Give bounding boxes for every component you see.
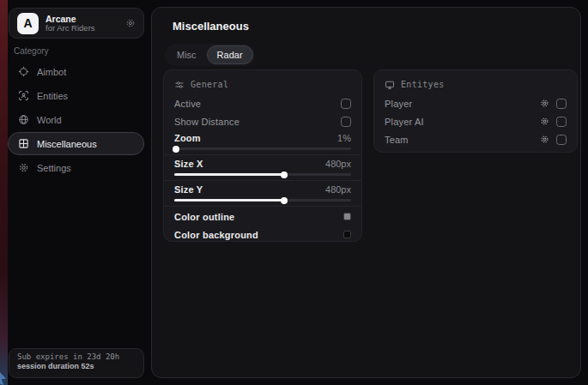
sidebar-item-label: Aimbot xyxy=(37,67,66,77)
size-x-slider[interactable] xyxy=(174,173,351,176)
app-logo: A xyxy=(17,13,39,34)
active-row: Active xyxy=(174,94,351,112)
tab-misc[interactable]: Misc xyxy=(167,45,207,64)
zoom-row: Zoom 1% xyxy=(174,130,351,145)
general-card-header: General xyxy=(174,77,351,92)
globe-icon xyxy=(18,114,29,125)
page-title: Miscellaneous xyxy=(173,20,249,33)
color-background-swatch[interactable] xyxy=(343,231,351,238)
subscription-expiry: Sub expires in 23d 20h xyxy=(17,352,136,361)
divider xyxy=(164,206,361,207)
monitor-icon xyxy=(385,80,395,90)
sidebar-item-label: Settings xyxy=(37,163,71,173)
sidebar-item-entities[interactable]: Entities xyxy=(8,84,144,107)
size-y-value: 480px xyxy=(325,184,351,195)
gear-icon xyxy=(18,162,29,173)
entities-card-title: Entityes xyxy=(401,80,445,89)
entities-card-header: Entityes xyxy=(385,77,567,92)
entity-checkbox[interactable] xyxy=(556,99,567,109)
tab-radar[interactable]: Radar xyxy=(207,45,253,64)
color-outline-swatch[interactable] xyxy=(343,213,351,220)
app-title: Arcane xyxy=(45,14,118,24)
size-x-slider-fill xyxy=(174,173,284,176)
general-card: General Active Show Distance Zoom 1% Siz… xyxy=(163,69,362,242)
entity-row-team: Team xyxy=(385,130,567,148)
sidebar-item-aimbot[interactable]: Aimbot xyxy=(8,60,144,83)
entity-row-player-ai: Player AI xyxy=(385,112,567,130)
entity-label: Player AI xyxy=(385,117,540,127)
color-outline-row: Color outline xyxy=(174,208,351,226)
sidebar-item-world[interactable]: World xyxy=(8,108,144,131)
size-y-label: Size Y xyxy=(174,184,325,195)
app-subtitle: for Arc Riders xyxy=(45,24,118,33)
size-x-value: 480px xyxy=(325,159,351,169)
active-checkbox[interactable] xyxy=(341,99,351,109)
crosshair-icon xyxy=(18,66,29,77)
color-background-label: Color background xyxy=(174,230,343,240)
entity-checkbox[interactable] xyxy=(556,117,567,127)
gear-icon[interactable] xyxy=(125,18,136,28)
show-distance-row: Show Distance xyxy=(174,112,351,130)
entity-row-player: Player xyxy=(385,94,567,112)
sidebar-item-label: World xyxy=(37,115,62,125)
divider xyxy=(164,154,361,155)
sidebar-category-label: Category xyxy=(14,46,49,56)
main-panel: Miscellaneous Misc Radar General Active … xyxy=(151,7,581,378)
grid-icon xyxy=(18,138,29,149)
app-header-card: A Arcane for Arc Riders xyxy=(9,8,144,39)
zoom-value: 1% xyxy=(337,133,351,143)
zoom-label: Zoom xyxy=(174,133,337,143)
size-y-slider[interactable] xyxy=(174,199,351,202)
app-title-wrap: Arcane for Arc Riders xyxy=(45,14,118,33)
zoom-slider-thumb[interactable] xyxy=(173,146,179,153)
gear-icon[interactable] xyxy=(540,117,549,126)
entity-label: Team xyxy=(385,135,540,145)
sidebar-nav: Aimbot Entities World Miscellaneous xyxy=(8,60,144,180)
active-label: Active xyxy=(174,99,341,109)
background-red-strip xyxy=(0,0,8,385)
divider xyxy=(164,180,361,181)
general-card-title: General xyxy=(191,80,228,89)
subscription-info-box: Sub expires in 23d 20h session duration … xyxy=(9,348,144,378)
gear-icon[interactable] xyxy=(540,135,549,144)
size-x-row: Size X 480px xyxy=(174,156,351,171)
sidebar-item-settings[interactable]: Settings xyxy=(8,156,144,179)
size-y-row: Size Y 480px xyxy=(174,182,351,196)
size-x-slider-thumb[interactable] xyxy=(281,171,288,178)
size-x-label: Size X xyxy=(174,159,325,169)
sidebar-item-miscellaneous[interactable]: Miscellaneous xyxy=(8,132,144,155)
scan-person-icon xyxy=(18,90,29,101)
sidebar-item-label: Entities xyxy=(37,91,68,101)
show-distance-checkbox[interactable] xyxy=(341,117,351,127)
entity-label: Player xyxy=(385,99,540,109)
color-background-row: Color background xyxy=(174,226,351,244)
size-y-slider-fill xyxy=(174,199,284,202)
zoom-slider[interactable] xyxy=(174,147,351,150)
entities-card: Entityes Player Player AI Team xyxy=(373,69,578,153)
sliders-icon xyxy=(174,80,185,90)
show-distance-label: Show Distance xyxy=(174,117,341,127)
gear-icon[interactable] xyxy=(540,99,549,108)
color-outline-label: Color outline xyxy=(174,212,343,222)
entity-checkbox[interactable] xyxy=(556,135,567,145)
sidebar-item-label: Miscellaneous xyxy=(37,139,97,149)
tab-bar: Misc Radar xyxy=(165,44,255,66)
size-y-slider-thumb[interactable] xyxy=(281,197,288,204)
session-duration: session duration 52s xyxy=(17,362,136,370)
